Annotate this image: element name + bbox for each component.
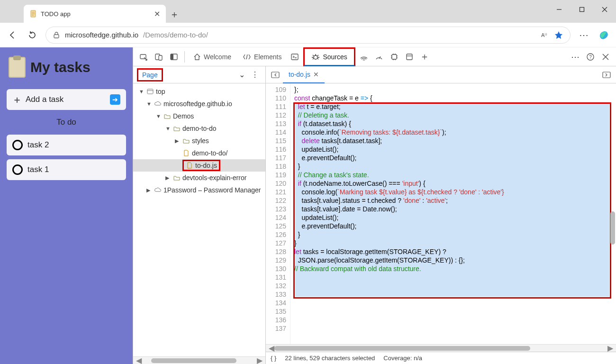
- todo-app: My tasks ＋ Add a task ➔ To do task 2 tas…: [0, 47, 133, 364]
- app-icon[interactable]: [403, 50, 416, 64]
- svg-text:?: ?: [589, 55, 592, 60]
- lock-icon: [53, 31, 60, 39]
- home-icon: [193, 53, 201, 61]
- devtools-body: Page ⌄ ⋮ ▼top ▼microsoftedge.github.io ▼…: [133, 66, 616, 364]
- navigator-header: Page ⌄ ⋮: [133, 66, 265, 83]
- checkbox-icon[interactable]: [12, 164, 23, 175]
- add-task-input[interactable]: ＋ Add a task ➔: [7, 89, 126, 110]
- folder-icon: [163, 112, 171, 120]
- collapse-nav-icon[interactable]: [269, 68, 282, 82]
- app-title: My tasks: [7, 54, 126, 83]
- line-gutter: 1091101111121131141151161171181191201211…: [266, 83, 290, 344]
- task-item[interactable]: task 1: [7, 159, 126, 180]
- svg-rect-14: [171, 54, 173, 60]
- more-icon[interactable]: ⋯: [569, 50, 582, 64]
- add-task-label: Add a task: [26, 95, 63, 104]
- copilot-icon[interactable]: [597, 28, 610, 42]
- editor-statusbar: { } 22 lines, 529 characters selected Co…: [266, 352, 616, 364]
- svg-rect-28: [603, 72, 610, 78]
- code-lines[interactable]: };const changeTask = e => { let t = e.ta…: [290, 83, 616, 344]
- url-host: microsoftedge.github.io: [65, 31, 138, 39]
- vertical-scrollbar[interactable]: [610, 211, 615, 245]
- help-icon[interactable]: ?: [584, 50, 597, 64]
- task-label: task 2: [27, 140, 49, 150]
- menu-button[interactable]: ⋯: [577, 28, 590, 42]
- back-button[interactable]: [6, 28, 19, 42]
- svg-rect-8: [54, 35, 59, 38]
- maximize-button[interactable]: [571, 0, 593, 19]
- favorite-icon[interactable]: [554, 30, 563, 40]
- editor-tabs: to-do.js ✕: [266, 66, 616, 83]
- tab-elements[interactable]: Elements: [238, 47, 286, 66]
- inspect-icon[interactable]: [137, 50, 150, 64]
- svg-point-16: [314, 55, 317, 59]
- brackets-icon: [243, 53, 251, 61]
- devtools: Welcome Elements Sources ＋ ⋯ ?: [133, 47, 616, 364]
- address-bar: microsoftedge.github.io/Demos/demo-to-do…: [0, 23, 616, 47]
- folder-icon: [173, 174, 181, 182]
- svg-rect-12: [159, 55, 162, 60]
- tab-close-icon[interactable]: ✕: [154, 9, 160, 18]
- cloud-icon: [154, 100, 162, 108]
- network-icon[interactable]: [357, 50, 371, 64]
- close-button[interactable]: [593, 0, 616, 19]
- checkbox-icon[interactable]: [12, 140, 23, 150]
- editor-tab-label: to-do.js: [289, 71, 310, 78]
- memory-icon[interactable]: [388, 50, 401, 64]
- window-controls: [548, 0, 616, 19]
- tab-welcome[interactable]: Welcome: [189, 47, 236, 66]
- tree-item-demo-html[interactable]: demo-to-do/: [133, 147, 265, 159]
- app-heading: My tasks: [30, 59, 91, 75]
- submit-arrow-icon[interactable]: ➔: [110, 94, 120, 105]
- editor-tab-close-icon[interactable]: ✕: [313, 71, 319, 78]
- folder-icon: [173, 125, 181, 132]
- new-tab-button[interactable]: ＋: [166, 6, 183, 23]
- tree-item-devtools-explain[interactable]: ▶devtools-explain-error: [133, 172, 265, 184]
- chevron-down-icon[interactable]: ⌄: [235, 68, 248, 82]
- section-label: To do: [7, 116, 126, 129]
- tree-item-1password[interactable]: ▶1Password – Password Manager: [133, 184, 265, 196]
- kebab-icon[interactable]: ⋮: [248, 68, 262, 82]
- svg-rect-27: [272, 72, 279, 78]
- coverage-info: Coverage: n/a: [383, 355, 422, 362]
- minimize-button[interactable]: [548, 0, 571, 19]
- tree-item-to-do-js[interactable]: to-do.js: [133, 159, 265, 172]
- selection-info: 22 lines, 529 characters selected: [285, 355, 375, 362]
- task-item[interactable]: task 2: [7, 135, 126, 155]
- tree-item-demo-to-do[interactable]: ▼demo-to-do: [133, 122, 265, 135]
- devtools-close-icon[interactable]: [599, 50, 612, 64]
- tree-item-styles[interactable]: ▶styles: [133, 135, 265, 147]
- performance-icon[interactable]: [372, 50, 386, 64]
- task-list: task 2 task 1: [7, 135, 126, 184]
- editor-h-scrollbar[interactable]: ◀▶: [266, 344, 616, 352]
- braces-label[interactable]: { }: [271, 355, 276, 362]
- read-aloud-icon[interactable]: A⁾⁾: [541, 31, 549, 39]
- browser-tab[interactable]: TODO app ✕: [24, 5, 166, 23]
- device-icon[interactable]: [152, 50, 165, 64]
- navigator-tab-page[interactable]: Page: [137, 68, 163, 82]
- code-editor[interactable]: 1091101111121131141151161171181191201211…: [266, 83, 616, 344]
- editor-tab[interactable]: to-do.js ✕: [283, 66, 325, 83]
- svg-rect-5: [580, 8, 584, 12]
- file-tree[interactable]: ▼top ▼microsoftedge.github.io ▼Demos ▼de…: [133, 83, 265, 356]
- tree-item-origin[interactable]: ▼microsoftedge.github.io: [133, 98, 265, 110]
- console-icon[interactable]: [288, 50, 301, 64]
- tree-item-demos[interactable]: ▼Demos: [133, 110, 265, 122]
- tab-title: TODO app: [41, 10, 150, 18]
- file-icon: [182, 149, 190, 157]
- dock-icon[interactable]: [167, 50, 181, 64]
- tab-sources[interactable]: Sources: [303, 47, 355, 66]
- url-path: /Demos/demo-to-do/: [143, 31, 208, 39]
- collapse-side-icon[interactable]: [600, 68, 613, 82]
- cloud-icon: [154, 186, 162, 194]
- url-field[interactable]: microsoftedge.github.io/Demos/demo-to-do…: [45, 27, 571, 44]
- plus-icon: ＋: [12, 93, 22, 106]
- tree-item-top[interactable]: ▼top: [133, 85, 265, 98]
- main: My tasks ＋ Add a task ➔ To do task 2 tas…: [0, 47, 616, 364]
- refresh-button[interactable]: [26, 28, 39, 42]
- navigator-scrollbar[interactable]: ◀▶: [133, 356, 265, 364]
- window-icon: [146, 88, 154, 95]
- add-tab-icon[interactable]: ＋: [418, 50, 431, 64]
- svg-text:A⁾⁾: A⁾⁾: [541, 32, 547, 38]
- svg-rect-18: [392, 55, 397, 59]
